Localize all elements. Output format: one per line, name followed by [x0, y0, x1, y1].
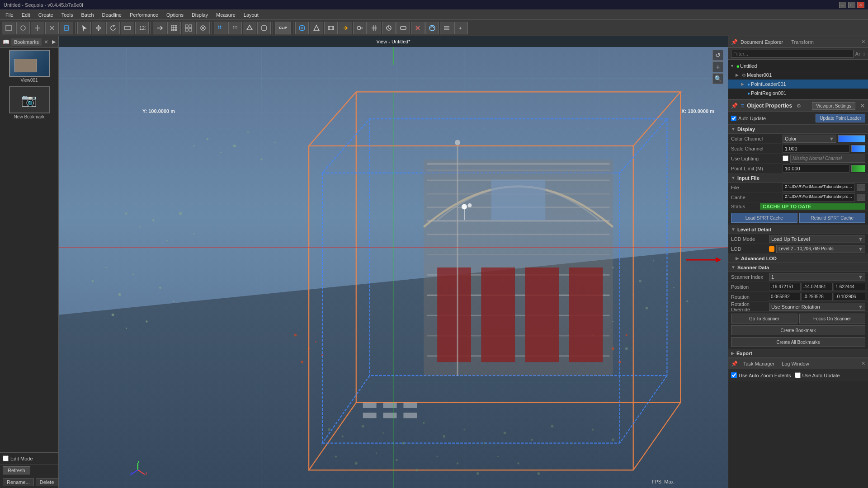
toolbar-dots1[interactable]	[214, 22, 227, 34]
obj-props-close[interactable]: ✕	[860, 102, 865, 109]
create-bookmark-btn[interactable]: Create Bookmark	[731, 325, 865, 335]
section-export[interactable]: ▶ Export	[728, 349, 868, 358]
left-panel-close[interactable]: ✕	[44, 39, 48, 45]
toolbar-extra10[interactable]	[425, 22, 439, 34]
menu-measure[interactable]: Measure	[212, 11, 239, 19]
menu-batch[interactable]: Batch	[77, 11, 97, 19]
obj-props-pin[interactable]: 📌	[731, 103, 738, 109]
viewport-zoom-btn[interactable]: 🔍	[712, 73, 723, 84]
toolbar-refresh[interactable]	[106, 22, 120, 34]
toolbar-extra1[interactable]	[295, 22, 309, 34]
minimize-button[interactable]: ─	[839, 2, 846, 8]
delete-button[interactable]: Delete	[36, 478, 58, 486]
edit-mode-checkbox[interactable]	[3, 455, 9, 461]
close-button[interactable]: ✕	[857, 2, 864, 8]
create-all-bookmarks-btn[interactable]: Create All Bookmarks	[731, 337, 865, 347]
tree-item-mesher001[interactable]: ▶ ⚙ Mesher001	[728, 70, 868, 80]
file-browse-btn[interactable]: ...	[857, 184, 865, 191]
toolbar-grid2[interactable]	[182, 22, 195, 34]
toolbar-select[interactable]	[77, 22, 91, 34]
menu-options[interactable]: Options	[163, 11, 187, 19]
toolbar-extra2[interactable]	[310, 22, 323, 34]
auto-update-check[interactable]: Use Auto Update	[795, 372, 840, 378]
rebuild-sprt-btn[interactable]: Rebuild SPRT Cache	[799, 213, 866, 223]
tree-item-pointloader001[interactable]: ▶ ● PointLoader001	[728, 80, 868, 89]
bookmark-view001[interactable]: View001	[0, 48, 58, 84]
toolbar-extra8[interactable]	[396, 22, 410, 34]
auto-zoom-checkbox[interactable]	[731, 372, 737, 378]
toolbar-extra7[interactable]	[382, 22, 396, 34]
menu-display[interactable]: Display	[188, 11, 212, 19]
toolbar-extra6[interactable]	[368, 22, 381, 34]
tree-item-pointregion001[interactable]: ● PointRegion001	[728, 89, 868, 98]
section-input-file[interactable]: ▼ Input File	[728, 174, 868, 183]
use-lighting-dropdown[interactable]: Missing Normal Channel	[790, 155, 865, 163]
toolbar-shape1[interactable]	[243, 22, 256, 34]
toolbar-extra4[interactable]	[339, 22, 352, 34]
point-limit-input[interactable]	[783, 164, 849, 173]
rotation-override-dropdown[interactable]: Use Scanner Rotation ▼	[769, 303, 865, 311]
lod-value-dropdown[interactable]: Level 2 - 10,206,769 Points ▼	[776, 245, 865, 253]
toolbar-btn-1[interactable]	[2, 22, 15, 34]
toolbar-extra9[interactable]	[411, 22, 425, 34]
rename-button[interactable]: Rename...	[3, 478, 34, 486]
toolbar-btn-3[interactable]	[31, 22, 44, 34]
tree-item-untitled[interactable]: ▼ ■ Untitled	[728, 61, 868, 70]
lod-mode-dropdown[interactable]: Load Up To Level ▼	[769, 235, 865, 243]
toolbar-arrow[interactable]	[153, 22, 166, 34]
viewport[interactable]: View - Untitled*	[59, 36, 728, 488]
refresh-button[interactable]: Refresh	[3, 466, 30, 474]
toolbar-move[interactable]	[92, 22, 105, 34]
auto-update-checkbox[interactable]	[731, 116, 736, 121]
auto-update-checkbox-bottom[interactable]	[795, 372, 801, 378]
edit-mode-check[interactable]: Edit Mode	[3, 455, 33, 461]
auto-update-label[interactable]: Auto Update	[731, 116, 766, 121]
menu-edit[interactable]: Edit	[18, 11, 34, 19]
toolbar-btn-2[interactable]	[16, 22, 30, 34]
toolbar-btn-4[interactable]	[45, 22, 59, 34]
viewport-settings-btn[interactable]: Viewport Settings	[812, 102, 855, 110]
bookmark-new[interactable]: 📷 New Bookmark	[0, 84, 58, 121]
menu-tools[interactable]: Tools	[58, 11, 77, 19]
bookmarks-tab[interactable]: Bookmarks	[11, 38, 42, 46]
task-bar-close[interactable]: ✕	[861, 361, 865, 366]
scanner-index-dropdown[interactable]: 1 ▼	[769, 273, 865, 281]
toolbar-shape2[interactable]	[257, 22, 271, 34]
task-manager-tab[interactable]: Task Manager	[741, 360, 776, 367]
menu-layout[interactable]: Layout	[240, 11, 262, 19]
task-bar-pin[interactable]: 📌	[731, 361, 738, 367]
section-advanced-lod[interactable]: ▶ Advanced LOD	[728, 254, 868, 263]
doc-explorer-pin[interactable]: 📌	[731, 39, 738, 45]
gear-icon[interactable]: ⚙	[797, 103, 801, 109]
viewport-fit-btn[interactable]: +	[712, 61, 723, 72]
go-to-scanner-btn[interactable]: Go To Scanner	[731, 314, 797, 324]
file-value[interactable]: Z:\LIDAR\FortMason\Tutorial\Improved_Reg…	[783, 183, 855, 192]
toolbar-extra11[interactable]	[440, 22, 453, 34]
toolbar-num[interactable]: 123	[135, 22, 149, 34]
toolbar-rect[interactable]	[121, 22, 134, 34]
scale-channel-input[interactable]	[783, 145, 849, 153]
toolbar-dots2[interactable]	[228, 22, 242, 34]
toolbar-extra3[interactable]	[324, 22, 338, 34]
filter-input[interactable]	[731, 50, 854, 58]
toolbar-circle[interactable]	[196, 22, 210, 34]
cache-browse-btn[interactable]: ...	[857, 194, 865, 201]
section-scanner[interactable]: ▼ Scanner Data	[728, 263, 868, 272]
auto-zoom-check[interactable]: Use Auto Zoom Extents	[731, 372, 791, 378]
section-lod[interactable]: ▼ Level of Detail	[728, 225, 868, 234]
toolbar-grid[interactable]	[167, 22, 181, 34]
viewport-refresh-btn[interactable]: ↺	[712, 50, 723, 61]
menu-create[interactable]: Create	[35, 11, 57, 19]
menu-performance[interactable]: Performance	[126, 11, 162, 19]
toolbar-extra5[interactable]	[353, 22, 367, 34]
doc-explorer-close[interactable]: ✕	[861, 39, 865, 45]
log-window-tab[interactable]: Log Window	[780, 360, 811, 367]
update-point-loader-btn[interactable]: Update Point Loader	[816, 114, 865, 122]
clip-button[interactable]: CLIP	[275, 22, 291, 34]
menu-deadline[interactable]: Deadline	[99, 11, 125, 19]
transform-label[interactable]: Transform	[791, 39, 814, 45]
toolbar-extra12[interactable]: +	[454, 22, 468, 34]
load-sprt-btn[interactable]: Load SPRT Cache	[731, 213, 797, 223]
left-panel-play[interactable]: ▶	[52, 39, 56, 45]
color-channel-dropdown[interactable]: Color ▼	[783, 135, 836, 143]
